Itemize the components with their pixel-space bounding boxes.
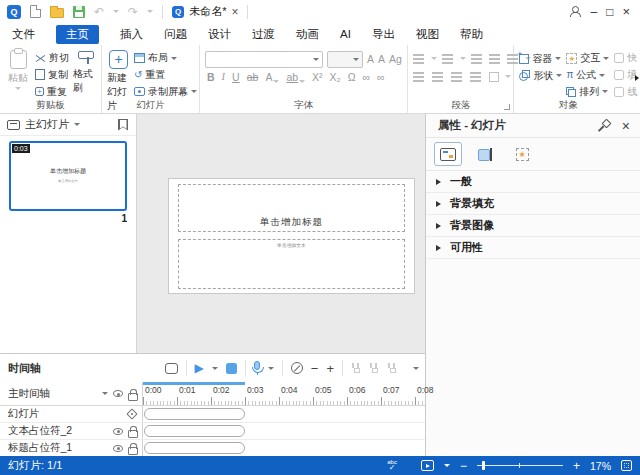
timeline-zoom-out-icon[interactable]: −	[311, 362, 319, 375]
font-color-button[interactable]: A	[265, 72, 279, 83]
section-accessibility[interactable]: 可用性	[426, 237, 640, 259]
ribbon-scroll-right-icon[interactable]	[635, 75, 639, 81]
bold-button[interactable]: B	[207, 72, 215, 83]
tab-questions[interactable]: 问题	[164, 27, 187, 42]
row-title-placeholder-cell[interactable]: 标题占位符_1	[0, 440, 143, 456]
superscript-button[interactable]: X²	[312, 72, 323, 83]
equation-button[interactable]: π公式	[566, 67, 610, 84]
clear-formatting-icon[interactable]: Ag	[389, 54, 402, 65]
subscript-button[interactable]: X₂	[330, 72, 341, 83]
tab-export[interactable]: 导出	[372, 27, 395, 42]
lock-icon[interactable]	[128, 426, 136, 436]
properties-tab-general[interactable]	[434, 142, 462, 166]
reset-button[interactable]: ↺重置	[134, 67, 197, 84]
timeline-zoom-fit-icon[interactable]	[291, 362, 303, 374]
record-screen-button[interactable]: 录制屏幕	[134, 83, 197, 100]
section-background-image[interactable]: 背景图像	[426, 215, 640, 237]
frame-mode-icon[interactable]	[165, 363, 178, 374]
microphone-dropdown-icon[interactable]	[268, 367, 274, 370]
text-placeholder-time-bar[interactable]	[144, 425, 245, 437]
document-tab[interactable]: Q 未命名* ×	[172, 4, 238, 19]
text-direction-icon[interactable]	[489, 72, 499, 82]
slide-thumbnail[interactable]: 0:03 单击增加标题 单击增加文本	[9, 141, 127, 211]
eye-icon[interactable]	[113, 428, 123, 435]
editing-canvas[interactable]: 单击增加标题 单击增加文本	[137, 114, 425, 353]
unlink-icon[interactable]: ∞	[377, 72, 385, 83]
properties-tab-interactivity[interactable]: ★	[508, 142, 536, 166]
underline-button[interactable]: U	[232, 72, 240, 83]
eye-icon[interactable]	[113, 390, 123, 397]
format-painter-button[interactable]: 格式刷	[73, 50, 99, 100]
copy-button[interactable]: 复制	[35, 67, 69, 84]
save-icon[interactable]	[73, 6, 85, 18]
italic-button[interactable]: I	[222, 72, 226, 83]
link-icon[interactable]: ∞	[363, 72, 371, 83]
tab-help[interactable]: 帮助	[460, 27, 483, 42]
tab-ai[interactable]: AI	[340, 28, 351, 40]
row-slide-cell[interactable]: 幻灯片	[0, 406, 143, 422]
tab-file[interactable]: 文件	[12, 27, 35, 42]
timeline-more-dropdown-icon[interactable]	[413, 367, 419, 370]
duplicate-button[interactable]: +重复	[35, 83, 69, 100]
lock-icon[interactable]	[128, 389, 136, 399]
decrease-font-icon[interactable]: A	[378, 54, 385, 65]
snap-option-icon[interactable]	[369, 363, 379, 373]
pin-icon[interactable]	[599, 120, 610, 131]
title-placeholder[interactable]: 单击增加标题	[178, 184, 405, 232]
slides-panel-dropdown-icon[interactable]	[74, 123, 80, 126]
tab-home[interactable]: 主页	[56, 25, 99, 44]
preview-dropdown-icon[interactable]	[444, 464, 450, 467]
microphone-icon[interactable]	[254, 361, 260, 370]
row-text-placeholder-cell[interactable]: 文本占位符_2	[0, 423, 143, 439]
section-background-fill[interactable]: 背景填充	[426, 193, 640, 215]
bookmark-icon[interactable]	[118, 119, 128, 131]
properties-close-icon[interactable]: ×	[622, 119, 630, 133]
layout-dropdown-icon[interactable]	[171, 57, 177, 60]
paste-button[interactable]: 粘贴	[5, 50, 31, 100]
master-track-dropdown-icon[interactable]	[102, 392, 108, 395]
close-button[interactable]: ×	[622, 5, 630, 18]
zoom-slider[interactable]	[477, 461, 563, 470]
new-slide-button[interactable]: + 新建幻灯片	[107, 50, 130, 100]
align-justify-icon[interactable]	[470, 71, 483, 82]
symbol-button[interactable]: Ω	[348, 72, 356, 83]
highlight-button[interactable]: ab	[286, 72, 305, 83]
font-family-select[interactable]	[205, 51, 323, 68]
zoom-slider-handle[interactable]	[482, 461, 485, 470]
properties-tab-size-position[interactable]	[471, 142, 499, 166]
zoom-out-icon[interactable]: −	[460, 460, 467, 472]
snap-option-icon[interactable]	[351, 363, 361, 373]
equation-dropdown-icon[interactable]	[599, 74, 605, 77]
tab-insert[interactable]: 插入	[120, 27, 143, 42]
tab-transitions[interactable]: 过渡	[252, 27, 275, 42]
tag-icon[interactable]	[126, 408, 137, 419]
arrange-button[interactable]: 排列	[566, 83, 610, 100]
interaction-button[interactable]: ★交互	[566, 50, 610, 67]
timeline-row-text-placeholder[interactable]: 文本占位符_2	[0, 423, 425, 440]
text-placeholder[interactable]: 单击增加文本	[178, 239, 405, 289]
document-close-icon[interactable]: ×	[231, 6, 238, 18]
increase-indent-icon[interactable]	[489, 53, 502, 64]
quick-style-button[interactable]: 快	[614, 50, 638, 67]
minimize-button[interactable]: –	[590, 6, 597, 18]
undo-dropdown-icon[interactable]	[113, 10, 119, 13]
new-document-icon[interactable]	[30, 5, 41, 18]
numbered-list-icon[interactable]	[442, 53, 455, 64]
undo-icon[interactable]: ↶	[94, 6, 104, 18]
stop-icon[interactable]	[226, 363, 237, 374]
align-left-icon[interactable]	[413, 71, 426, 82]
shape-dropdown-icon[interactable]	[556, 74, 562, 77]
spell-check-icon[interactable]: abc ✓	[387, 459, 397, 472]
timeline-ruler[interactable]: 0:00 0:01 0:02 0:03 0:04 0:05 0:06 0:07 …	[143, 382, 425, 405]
paragraph-dialog-launcher-icon[interactable]	[504, 104, 510, 110]
zoom-in-icon[interactable]: +	[573, 460, 580, 472]
container-button[interactable]: 容器	[519, 50, 562, 67]
arrange-dropdown-icon[interactable]	[602, 90, 608, 93]
preview-button[interactable]	[421, 460, 434, 471]
line-button[interactable]: 线	[614, 83, 638, 100]
record-screen-dropdown-icon[interactable]	[191, 90, 197, 93]
section-general[interactable]: 一般	[426, 171, 640, 193]
maximize-button[interactable]: □	[606, 6, 613, 18]
slide-time-bar[interactable]	[144, 408, 245, 420]
decrease-indent-icon[interactable]	[471, 53, 484, 64]
